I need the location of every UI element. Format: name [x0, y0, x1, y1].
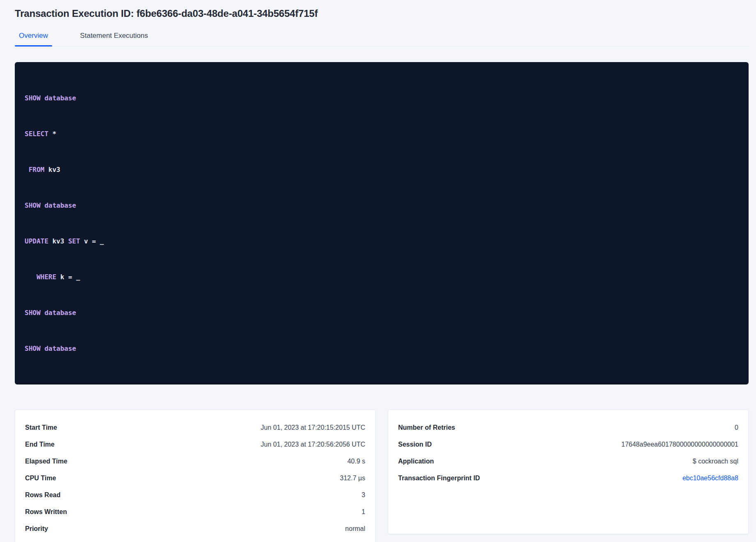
- sql-text: *: [52, 130, 56, 138]
- detail-row-rows-written: Rows Written 1: [25, 503, 365, 520]
- detail-label: Start Time: [25, 424, 57, 431]
- tab-bar: Overview Statement Executions: [15, 28, 749, 46]
- detail-row-end-time: End Time Jun 01, 2023 at 17:20:56:2056 U…: [25, 436, 365, 453]
- detail-value: normal: [345, 525, 365, 533]
- tab-statement-executions[interactable]: Statement Executions: [76, 28, 152, 46]
- sql-line: UPDATE kv3 SET v = _: [25, 235, 739, 247]
- detail-value: 312.7 µs: [340, 475, 365, 482]
- sql-text: SET: [68, 237, 84, 245]
- session-details-card: Number of Retries 0 Session ID 17648a9ee…: [388, 410, 749, 534]
- detail-row-start-time: Start Time Jun 01, 2023 at 17:20:15:2015…: [25, 419, 365, 436]
- detail-value: Jun 01, 2023 at 17:20:56:2056 UTC: [261, 441, 365, 448]
- sql-text: kv3: [52, 237, 68, 245]
- detail-value: 1: [362, 508, 365, 516]
- sql-line: SHOW database: [25, 199, 739, 211]
- sql-line: FROM kv3: [25, 164, 739, 176]
- sql-line: SHOW database: [25, 307, 739, 319]
- sql-text: SHOW database: [25, 309, 76, 317]
- sql-line: WHERE k = _: [25, 271, 739, 283]
- sql-text: [25, 166, 29, 174]
- detail-value: 3: [362, 491, 365, 499]
- sql-text: WHERE: [37, 273, 60, 281]
- detail-value: 17648a9eea6017800000000000000001: [621, 441, 738, 448]
- detail-label: End Time: [25, 441, 55, 448]
- detail-label: Priority: [25, 525, 48, 533]
- detail-row-rows-read: Rows Read 3: [25, 486, 365, 503]
- summary-cards-row: Start Time Jun 01, 2023 at 17:20:15:2015…: [15, 410, 749, 542]
- sql-text: UPDATE: [25, 237, 52, 245]
- sql-text: v = _: [84, 237, 104, 245]
- detail-value: 0: [735, 424, 738, 431]
- sql-text: SELECT: [25, 130, 52, 138]
- sql-text: kv3: [48, 166, 60, 174]
- detail-value: 40.9 s: [347, 458, 365, 465]
- sql-line: SHOW database: [25, 92, 739, 104]
- sql-text: SHOW database: [25, 202, 76, 209]
- detail-row-retries: Number of Retries 0: [398, 419, 738, 436]
- detail-label: Application: [398, 458, 434, 465]
- sql-statement-box: SHOW database SELECT * FROM kv3 SHOW dat…: [15, 62, 749, 384]
- transaction-fingerprint-link[interactable]: ebc10ae56cfd88a8: [682, 475, 738, 482]
- detail-row-cpu-time: CPU Time 312.7 µs: [25, 470, 365, 486]
- detail-row-session-id: Session ID 17648a9eea6017800000000000000…: [398, 436, 738, 453]
- sql-text: [25, 273, 37, 281]
- detail-label: Session ID: [398, 441, 432, 448]
- execution-details-card: Start Time Jun 01, 2023 at 17:20:15:2015…: [15, 410, 376, 542]
- sql-text: SHOW database: [25, 94, 76, 102]
- detail-label: CPU Time: [25, 475, 56, 482]
- page-title: Transaction Execution ID: f6be6366-da03-…: [15, 7, 749, 20]
- detail-row-txn-fingerprint-id: Transaction Fingerprint ID ebc10ae56cfd8…: [398, 470, 738, 486]
- detail-label: Rows Read: [25, 491, 60, 499]
- sql-text: k = _: [60, 273, 80, 281]
- detail-row-elapsed-time: Elapsed Time 40.9 s: [25, 453, 365, 470]
- detail-label: Number of Retries: [398, 424, 455, 431]
- detail-label: Rows Written: [25, 508, 67, 516]
- detail-label: Elapsed Time: [25, 458, 67, 465]
- tab-overview[interactable]: Overview: [15, 28, 52, 46]
- transaction-details-page: Transaction Execution ID: f6be6366-da03-…: [0, 0, 756, 542]
- detail-row-priority: Priority normal: [25, 520, 365, 537]
- sql-text: SHOW database: [25, 345, 76, 352]
- detail-row-application: Application $ cockroach sql: [398, 453, 738, 470]
- detail-value: Jun 01, 2023 at 17:20:15:2015 UTC: [261, 424, 365, 431]
- detail-label: Transaction Fingerprint ID: [398, 475, 480, 482]
- detail-value: $ cockroach sql: [693, 458, 738, 465]
- sql-line: SHOW database: [25, 343, 739, 354]
- sql-line: SELECT *: [25, 128, 739, 140]
- sql-text: FROM: [29, 166, 48, 174]
